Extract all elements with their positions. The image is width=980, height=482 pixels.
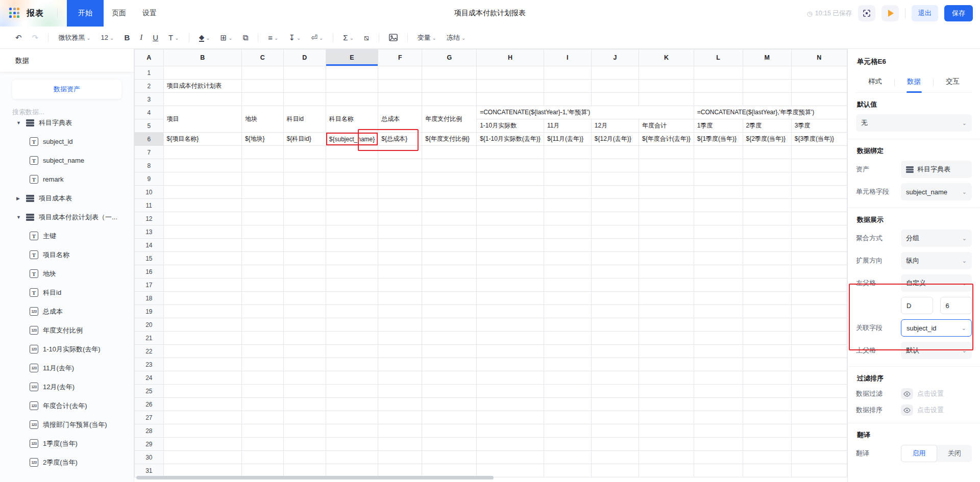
cell-B25[interactable] — [163, 385, 241, 398]
cell-E14[interactable] — [326, 239, 378, 252]
cell-K15[interactable] — [639, 252, 694, 265]
row-header[interactable]: 9 — [135, 172, 164, 186]
cell-E10[interactable] — [326, 186, 378, 199]
tree-item-field[interactable]: 123总成本 — [0, 302, 134, 321]
cell-F11[interactable] — [378, 199, 422, 212]
borders-button[interactable]: ⊞ ⌄ — [216, 30, 237, 45]
cell-J10[interactable] — [591, 186, 639, 199]
cell-B13[interactable] — [163, 225, 241, 239]
cell-D21[interactable] — [283, 332, 326, 345]
cell-F22[interactable] — [378, 345, 422, 358]
cell-G28[interactable] — [422, 424, 477, 438]
cell-I17[interactable] — [544, 278, 591, 292]
column-header[interactable]: B — [163, 49, 241, 66]
cell-G29[interactable] — [422, 438, 477, 451]
cell-I1[interactable] — [544, 66, 591, 80]
cell-K17[interactable] — [639, 278, 694, 292]
tree-item-field[interactable]: 12311月(去年) — [0, 359, 134, 377]
cell-F13[interactable] — [378, 225, 422, 239]
cell-I5[interactable]: 11月 — [544, 119, 591, 133]
row-header[interactable]: 4 — [135, 106, 164, 119]
cell-I12[interactable] — [544, 212, 591, 225]
cell-E29[interactable] — [326, 438, 378, 451]
cell-D17[interactable] — [283, 278, 326, 292]
cell-C7[interactable] — [241, 146, 283, 159]
column-header[interactable]: K — [639, 49, 694, 66]
cell-I28[interactable] — [544, 424, 591, 438]
cell-N16[interactable] — [791, 265, 847, 278]
cell-N22[interactable] — [791, 345, 847, 358]
cell-I23[interactable] — [544, 358, 591, 371]
cell-I22[interactable] — [544, 345, 591, 358]
cell-M18[interactable] — [743, 292, 791, 305]
cell-J23[interactable] — [591, 358, 639, 371]
cell-L14[interactable] — [694, 239, 743, 252]
tree-item-table[interactable]: ▼项目成本付款计划表（一... — [0, 208, 134, 226]
cell-K12[interactable] — [639, 212, 694, 225]
cell-C30[interactable] — [241, 451, 283, 464]
cell-D14[interactable] — [283, 239, 326, 252]
row-header[interactable]: 24 — [135, 371, 164, 385]
cell-L10[interactable] — [694, 186, 743, 199]
cell-B2[interactable]: 项目成本付款计划表 — [163, 80, 241, 93]
cell-H29[interactable] — [477, 438, 544, 451]
cell-E7[interactable] — [326, 146, 378, 159]
cell-I25[interactable] — [544, 385, 591, 398]
header-tab[interactable]: 开始 — [67, 0, 104, 27]
expand-direction-select[interactable]: 纵向⌄ — [901, 252, 972, 269]
row-header[interactable]: 15 — [135, 252, 164, 265]
column-header[interactable]: G — [422, 49, 477, 66]
cell-F8[interactable] — [378, 159, 422, 172]
cell-N27[interactable] — [791, 411, 847, 424]
cell-F29[interactable] — [378, 438, 422, 451]
cell-J17[interactable] — [591, 278, 639, 292]
text-color-button[interactable]: T⌄ — [164, 30, 183, 45]
freeze-menu[interactable]: 冻结⌄ — [443, 30, 470, 45]
cell-J2[interactable] — [591, 80, 639, 93]
cell-N19[interactable] — [791, 305, 847, 318]
cell-M6[interactable]: ${2季度(当年)} — [743, 133, 791, 146]
cell-N24[interactable] — [791, 371, 847, 385]
cell-C6[interactable]: ${地块} — [241, 133, 283, 146]
cell-B18[interactable] — [163, 292, 241, 305]
text-wrap-button[interactable]: ⏎ ⌄ — [307, 30, 327, 45]
cell-J22[interactable] — [591, 345, 639, 358]
cell-B12[interactable] — [163, 212, 241, 225]
bold-button[interactable]: B — [120, 30, 134, 45]
cell-E3[interactable] — [326, 93, 378, 106]
cell-B8[interactable] — [163, 159, 241, 172]
cell-G13[interactable] — [422, 225, 477, 239]
cell-B31[interactable] — [163, 464, 241, 477]
italic-button[interactable]: I — [136, 30, 146, 45]
cell-C31[interactable] — [241, 464, 283, 477]
cell-D27[interactable] — [283, 411, 326, 424]
cell-M2[interactable] — [743, 80, 791, 93]
cell-F20[interactable] — [378, 318, 422, 332]
cell-H11[interactable] — [477, 199, 544, 212]
cell-L31[interactable] — [694, 464, 743, 477]
cell-J26[interactable] — [591, 398, 639, 411]
cell-L2[interactable] — [694, 80, 743, 93]
cell-G4[interactable]: 年度支付比例 — [422, 106, 477, 133]
cell-N10[interactable] — [791, 186, 847, 199]
cell-K31[interactable] — [639, 464, 694, 477]
cell-E19[interactable] — [326, 305, 378, 318]
cell-G9[interactable] — [422, 172, 477, 186]
cell-E13[interactable] — [326, 225, 378, 239]
cell-J16[interactable] — [591, 265, 639, 278]
row-header[interactable]: 26 — [135, 398, 164, 411]
cell-J29[interactable] — [591, 438, 639, 451]
cell-N8[interactable] — [791, 159, 847, 172]
cell-F28[interactable] — [378, 424, 422, 438]
cell-J13[interactable] — [591, 225, 639, 239]
cell-D18[interactable] — [283, 292, 326, 305]
cell-B27[interactable] — [163, 411, 241, 424]
cell-K24[interactable] — [639, 371, 694, 385]
row-header[interactable]: 21 — [135, 332, 164, 345]
left-parent-row-input[interactable]: 6 — [940, 297, 972, 314]
cell-L4[interactable]: =CONCATENATE(${lastYear},'年季度预算') — [694, 106, 847, 119]
cell-K14[interactable] — [639, 239, 694, 252]
cell-D9[interactable] — [283, 172, 326, 186]
cell-C17[interactable] — [241, 278, 283, 292]
column-header[interactable]: M — [743, 49, 791, 66]
